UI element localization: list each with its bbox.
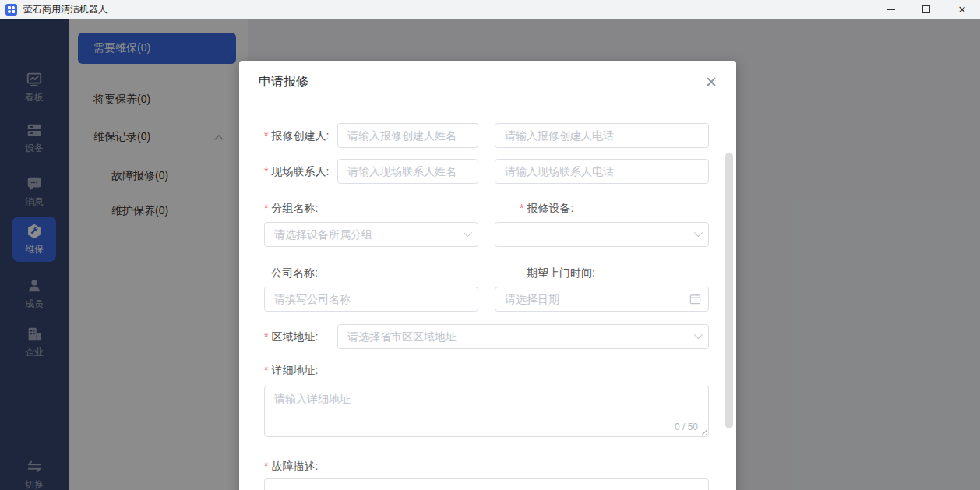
region-select[interactable] <box>337 324 709 349</box>
dialog-title: 申请报修 <box>259 74 308 90</box>
required-mark: * <box>264 330 268 343</box>
field-label: *报修创建人: <box>264 129 337 143</box>
close-dialog-button[interactable]: ✕ <box>705 75 717 90</box>
field-labels-group-device: *分组名称: *报修设备: <box>264 201 734 216</box>
field-label: *分组名称: <box>264 201 318 216</box>
field-labels-company-time: 公司名称: 期望上门时间: <box>264 266 734 280</box>
visit-date-input[interactable] <box>495 287 709 312</box>
required-mark: * <box>264 364 268 376</box>
close-window-button[interactable]: ✕ <box>944 0 980 19</box>
window-title: 萤石商用清洁机器人 <box>23 3 108 16</box>
field-row-group-device <box>264 222 709 247</box>
creator-name-input[interactable] <box>337 123 478 148</box>
maximize-button[interactable] <box>908 0 944 19</box>
resize-handle[interactable] <box>700 428 707 435</box>
group-select[interactable] <box>264 222 478 247</box>
field-label: *现场联系人: <box>264 164 337 179</box>
field-label-detail-address: *详细地址: <box>264 363 709 378</box>
minimize-button[interactable] <box>872 0 908 19</box>
calendar-icon <box>689 293 701 308</box>
field-row-region: *区域地址: <box>264 324 709 349</box>
char-counter: 0 / 50 <box>675 421 698 432</box>
contact-phone-input[interactable] <box>495 159 709 184</box>
dialog-scrollbar-thumb[interactable] <box>725 153 733 428</box>
required-mark: * <box>264 460 268 472</box>
field-label: *报修设备: <box>520 201 734 216</box>
app-logo-icon <box>5 4 17 16</box>
creator-phone-input[interactable] <box>495 123 709 148</box>
required-mark: * <box>520 202 523 214</box>
window-controls: ✕ <box>872 0 980 19</box>
fault-desc-field <box>264 478 709 490</box>
detail-address-textarea[interactable] <box>264 386 709 437</box>
field-row-creator: *报修创建人: <box>264 123 709 148</box>
device-select[interactable] <box>495 222 709 247</box>
fault-desc-textarea[interactable] <box>264 478 709 490</box>
maximize-icon <box>922 5 930 13</box>
required-mark: * <box>264 129 268 142</box>
repair-request-dialog: 申请报修 ✕ *报修创建人: *现场联系人: *分组名称: <box>239 61 736 490</box>
field-row-site-contact: *现场联系人: <box>264 159 709 184</box>
dialog-header: 申请报修 ✕ <box>239 61 736 104</box>
field-row-company-time <box>264 287 709 312</box>
titlebar: 萤石商用清洁机器人 ✕ <box>0 0 980 19</box>
dialog-body: *报修创建人: *现场联系人: *分组名称: *报修设备: <box>239 104 736 490</box>
field-label: 公司名称: <box>264 266 318 280</box>
required-mark: * <box>264 202 268 214</box>
contact-name-input[interactable] <box>337 159 478 184</box>
detail-address-field: 0 / 50 <box>264 386 709 437</box>
required-mark: * <box>264 165 268 178</box>
company-name-input[interactable] <box>264 287 478 312</box>
field-label: 期望上门时间: <box>520 266 734 280</box>
field-label-fault-desc: *故障描述: <box>264 459 709 474</box>
field-label: *区域地址: <box>264 330 337 344</box>
minimize-icon <box>887 9 895 10</box>
